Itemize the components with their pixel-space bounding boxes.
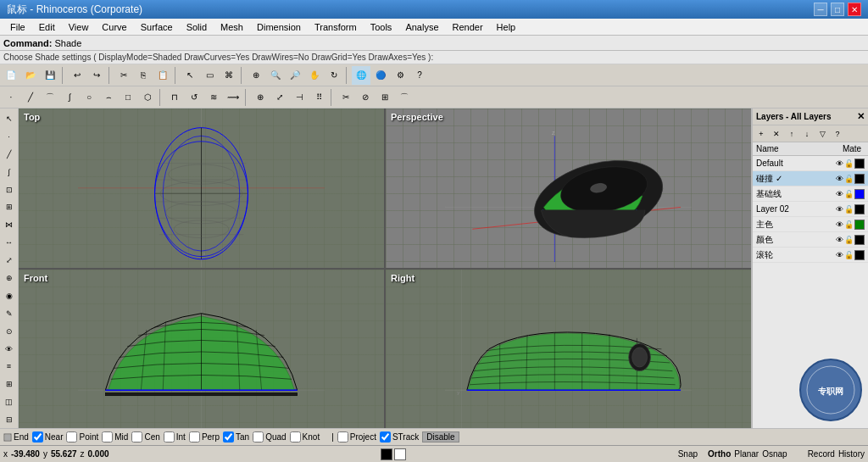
- tool-draft[interactable]: ✎: [1, 305, 18, 322]
- tb-open[interactable]: 📂: [21, 66, 40, 85]
- viewport-perspective[interactable]: Perspective: [386, 109, 751, 268]
- tb-revolve[interactable]: ↺: [185, 88, 203, 107]
- tb-save[interactable]: 💾: [41, 66, 59, 85]
- planar-label[interactable]: Planar: [734, 449, 759, 459]
- snap-near[interactable]: Near: [32, 431, 64, 443]
- tb-cut[interactable]: ✂: [114, 66, 133, 85]
- layer-filter-btn[interactable]: ▽: [815, 127, 829, 141]
- tb-polygon[interactable]: ⬡: [138, 88, 157, 107]
- tool-point[interactable]: ·: [1, 128, 18, 145]
- tb-extrude[interactable]: ⊓: [165, 88, 184, 107]
- tb-arc[interactable]: ⌢: [99, 88, 118, 107]
- close-button[interactable]: ✕: [848, 3, 861, 16]
- tool-analyze[interactable]: ⊕: [1, 270, 18, 287]
- layers-close-icon[interactable]: ✕: [857, 111, 865, 122]
- disable-btn[interactable]: Disable: [422, 431, 459, 443]
- tb-lasso[interactable]: ⌘: [220, 66, 238, 85]
- tb-zoom-ext[interactable]: ⊕: [247, 66, 265, 85]
- menu-analyse[interactable]: Analyse: [398, 20, 445, 34]
- tb-zoom-in[interactable]: 🔍: [266, 66, 285, 85]
- snap-point[interactable]: Point: [66, 431, 98, 443]
- layer-row-layer02[interactable]: Layer 02 👁 🔓: [753, 202, 868, 217]
- snap-mid[interactable]: Mid: [102, 431, 128, 443]
- layer-row-default[interactable]: Default 👁 🔓: [753, 156, 868, 171]
- tool-transform[interactable]: ⤢: [1, 252, 18, 269]
- tool-view[interactable]: 👁: [1, 341, 18, 358]
- osnap-label[interactable]: Osnap: [762, 449, 787, 459]
- color-box-fg[interactable]: [381, 448, 392, 460]
- layer-down-btn[interactable]: ↓: [800, 127, 814, 141]
- tb-redo[interactable]: ↪: [87, 66, 106, 85]
- tb-render2[interactable]: 🔵: [371, 66, 390, 85]
- menu-solid[interactable]: Solid: [180, 20, 214, 34]
- ortho-label[interactable]: Ortho: [708, 449, 731, 459]
- menu-surface[interactable]: Surface: [134, 20, 180, 34]
- tb-move[interactable]: ⊕: [251, 88, 270, 107]
- tb-line[interactable]: ╱: [21, 88, 40, 107]
- snap-quad[interactable]: Quad: [253, 431, 286, 443]
- tb-render[interactable]: 🌐: [352, 66, 370, 85]
- tool-solid[interactable]: ⊞: [1, 198, 18, 215]
- tb-trim[interactable]: ✂: [337, 88, 355, 107]
- tb-zoom-out[interactable]: 🔎: [286, 66, 304, 85]
- menu-file[interactable]: File: [3, 20, 32, 34]
- snap-int[interactable]: Int: [164, 431, 186, 443]
- tool-render[interactable]: ◉: [1, 287, 18, 304]
- layer-delete-btn[interactable]: ✕: [770, 127, 783, 141]
- tb-window-sel[interactable]: ▭: [200, 66, 219, 85]
- tb-help[interactable]: ?: [410, 66, 429, 85]
- menu-dimension[interactable]: Dimension: [250, 20, 308, 34]
- tb-sweep[interactable]: ⟿: [224, 88, 242, 107]
- tb-loft[interactable]: ≋: [204, 88, 223, 107]
- tb-undo[interactable]: ↩: [68, 66, 86, 85]
- layer-help-btn[interactable]: ?: [831, 127, 844, 141]
- layer-new-btn[interactable]: +: [754, 127, 768, 141]
- minimize-button[interactable]: ─: [814, 3, 827, 16]
- tool-select[interactable]: ↖: [1, 110, 18, 127]
- menu-tools[interactable]: Tools: [364, 20, 399, 34]
- menu-mesh[interactable]: Mesh: [214, 20, 250, 34]
- tb-render3[interactable]: ⚙: [391, 66, 409, 85]
- tool-extra1[interactable]: ⊞: [1, 376, 18, 392]
- tb-mirror[interactable]: ⊣: [290, 88, 309, 107]
- snap-project[interactable]: Project: [337, 431, 376, 443]
- tool-extra3[interactable]: ⊟: [1, 411, 18, 428]
- snap-knot[interactable]: Knot: [290, 431, 320, 443]
- viewport-top[interactable]: Top: [19, 109, 384, 268]
- menu-curve[interactable]: Curve: [95, 20, 133, 34]
- tb-array[interactable]: ⠿: [309, 88, 328, 107]
- tb-pan[interactable]: ✋: [305, 66, 324, 85]
- layer-row-基础线[interactable]: 基础线 👁 🔓: [753, 186, 868, 202]
- menu-transform[interactable]: Transform: [308, 20, 364, 34]
- tb-paste[interactable]: 📋: [153, 66, 172, 85]
- tb-circle[interactable]: ○: [80, 88, 98, 107]
- layer-up-btn[interactable]: ↑: [785, 127, 798, 141]
- layer-row-颜色[interactable]: 颜色 👁 🔓: [753, 232, 868, 248]
- tool-line[interactable]: ╱: [1, 146, 18, 163]
- tb-select[interactable]: ↖: [181, 66, 199, 85]
- tb-new[interactable]: 📄: [2, 66, 20, 85]
- viewport-front[interactable]: Front: [19, 270, 384, 429]
- tb-split[interactable]: ⊘: [356, 88, 375, 107]
- menu-edit[interactable]: Edit: [32, 20, 62, 34]
- tb-rotate[interactable]: ↻: [325, 66, 343, 85]
- tb-scale[interactable]: ⤢: [270, 88, 289, 107]
- tb-copy[interactable]: ⎘: [134, 66, 153, 85]
- menu-view[interactable]: View: [62, 20, 96, 34]
- layer-row-碰撞[interactable]: 碰撞 ✓ 👁 🔓: [753, 171, 868, 186]
- record-label[interactable]: Record: [808, 449, 835, 459]
- layer-row-滚轮[interactable]: 滚轮 👁 🔓: [753, 248, 868, 263]
- tb-point[interactable]: ·: [2, 88, 20, 107]
- history-label[interactable]: History: [838, 449, 865, 459]
- tool-surface[interactable]: ⊡: [1, 181, 18, 198]
- tool-osnap[interactable]: ⊙: [1, 323, 18, 340]
- snap-perp[interactable]: Perp: [189, 431, 220, 443]
- color-box-bg[interactable]: [394, 448, 406, 460]
- snap-tan[interactable]: Tan: [223, 431, 249, 443]
- tb-fillet[interactable]: ⌒: [395, 88, 414, 107]
- snap-cen[interactable]: Cen: [131, 431, 159, 443]
- tb-rect[interactable]: □: [119, 88, 137, 107]
- snap-strack[interactable]: STrack: [380, 431, 419, 443]
- tb-curve[interactable]: ∫: [60, 88, 79, 107]
- tool-curve[interactable]: ∫: [1, 164, 18, 181]
